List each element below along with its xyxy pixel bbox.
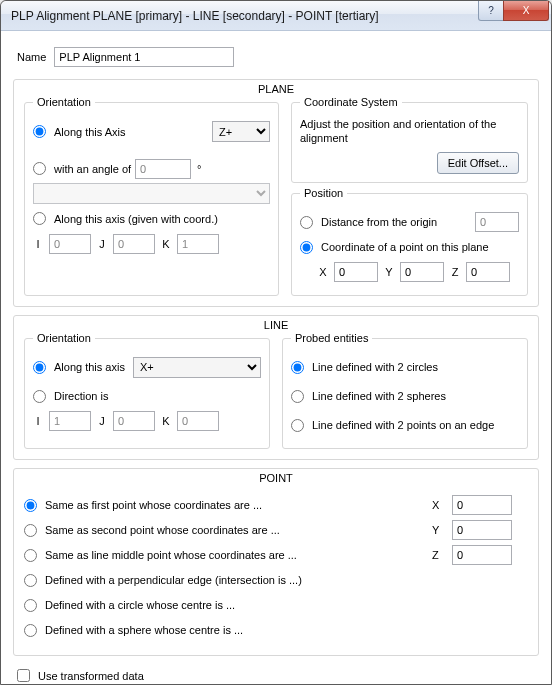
plane-group: PLANE Orientation Along this Axis Z+ wi bbox=[13, 79, 539, 307]
degree-symbol: ° bbox=[197, 163, 201, 175]
point-sphere-label: Defined with a sphere whose centre is ..… bbox=[45, 624, 243, 636]
point-y-input[interactable] bbox=[452, 520, 512, 540]
two-spheres-radio[interactable] bbox=[291, 390, 304, 403]
point-second-radio[interactable] bbox=[24, 524, 37, 537]
line-direction-label: Direction is bbox=[54, 390, 108, 402]
line-direction-radio[interactable] bbox=[33, 390, 46, 403]
use-transformed-label: Use transformed data bbox=[38, 670, 144, 682]
plane-along-axis-label: Along this Axis bbox=[54, 126, 126, 138]
point-middle-radio[interactable] bbox=[24, 549, 37, 562]
point-x-label: X bbox=[432, 499, 444, 511]
plane-position-legend: Position bbox=[300, 187, 347, 199]
coord-point-label: Coordinate of a point on this plane bbox=[321, 241, 489, 253]
line-along-axis-radio[interactable] bbox=[33, 361, 46, 374]
point-group: POINT Same as first point whose coordina… bbox=[13, 468, 539, 656]
plane-z-label: Z bbox=[450, 266, 460, 278]
distance-origin-radio[interactable] bbox=[300, 216, 313, 229]
plane-y-input[interactable] bbox=[400, 262, 444, 282]
line-k-input[interactable] bbox=[177, 411, 219, 431]
two-points-radio[interactable] bbox=[291, 419, 304, 432]
plane-i-input[interactable] bbox=[49, 234, 91, 254]
line-group: LINE Orientation Along this axis X+ Dire… bbox=[13, 315, 539, 460]
plane-position-group: Position Distance from the origin Coordi… bbox=[291, 193, 528, 296]
distance-origin-label: Distance from the origin bbox=[321, 216, 437, 228]
point-middle-label: Same as line middle point whose coordina… bbox=[45, 549, 297, 561]
plane-k-label: K bbox=[161, 238, 171, 250]
plane-with-angle-label: with an angle of bbox=[54, 163, 131, 175]
line-k-label: K bbox=[161, 415, 171, 427]
plane-legend: PLANE bbox=[254, 83, 298, 95]
use-transformed-checkbox[interactable] bbox=[17, 669, 30, 682]
plane-cs-legend: Coordinate System bbox=[300, 96, 402, 108]
plane-j-label: J bbox=[97, 238, 107, 250]
dialog-body: Name PLANE Orientation Along this Axis Z… bbox=[1, 31, 551, 684]
plane-z-input[interactable] bbox=[466, 262, 510, 282]
line-axis-select[interactable]: X+ bbox=[133, 357, 261, 378]
name-input[interactable] bbox=[54, 47, 234, 67]
line-probed-group: Probed entities Line defined with 2 circ… bbox=[282, 338, 528, 449]
point-circle-label: Defined with a circle whose centre is ..… bbox=[45, 599, 235, 611]
point-x-input[interactable] bbox=[452, 495, 512, 515]
plane-with-angle-radio[interactable] bbox=[33, 162, 46, 175]
plane-x-input[interactable] bbox=[334, 262, 378, 282]
plane-y-label: Y bbox=[384, 266, 394, 278]
plane-orientation-group: Orientation Along this Axis Z+ with an a… bbox=[24, 102, 279, 296]
plane-axis-select[interactable]: Z+ bbox=[212, 121, 270, 142]
edit-offset-button[interactable]: Edit Offset... bbox=[437, 152, 519, 174]
title-bar: PLP Alignment PLANE [primary] - LINE [se… bbox=[1, 1, 551, 31]
coord-point-radio[interactable] bbox=[300, 241, 313, 254]
line-along-axis-label: Along this axis bbox=[54, 361, 125, 373]
plane-i-label: I bbox=[33, 238, 43, 250]
point-legend: POINT bbox=[255, 472, 297, 484]
point-circle-radio[interactable] bbox=[24, 599, 37, 612]
line-i-input[interactable] bbox=[49, 411, 91, 431]
plane-x-label: X bbox=[318, 266, 328, 278]
plane-cs-group: Coordinate System Adjust the position an… bbox=[291, 102, 528, 183]
plane-cs-desc: Adjust the position and orientation of t… bbox=[300, 117, 519, 146]
plane-angle-input[interactable] bbox=[135, 159, 191, 179]
line-orientation-legend: Orientation bbox=[33, 332, 95, 344]
options-block: Use transformed data Output in report bbox=[13, 666, 539, 684]
point-perp-radio[interactable] bbox=[24, 574, 37, 587]
name-label: Name bbox=[17, 51, 46, 63]
plane-j-input[interactable] bbox=[113, 234, 155, 254]
plane-orientation-legend: Orientation bbox=[33, 96, 95, 108]
name-row: Name bbox=[17, 47, 539, 67]
line-i-label: I bbox=[33, 415, 43, 427]
plane-along-axis-radio[interactable] bbox=[33, 125, 46, 138]
distance-origin-input[interactable] bbox=[475, 212, 519, 232]
line-orientation-group: Orientation Along this axis X+ Direction… bbox=[24, 338, 270, 449]
plane-k-input[interactable] bbox=[177, 234, 219, 254]
plane-axis-coord-label: Along this axis (given with coord.) bbox=[54, 213, 218, 225]
line-probed-legend: Probed entities bbox=[291, 332, 372, 344]
two-circles-label: Line defined with 2 circles bbox=[312, 361, 438, 373]
plane-angle-ref-select[interactable] bbox=[33, 183, 270, 204]
line-j-input[interactable] bbox=[113, 411, 155, 431]
line-j-label: J bbox=[97, 415, 107, 427]
dialog-window: PLP Alignment PLANE [primary] - LINE [se… bbox=[0, 0, 552, 685]
point-second-label: Same as second point whose coordinates a… bbox=[45, 524, 280, 536]
close-icon: X bbox=[523, 5, 530, 16]
point-first-label: Same as first point whose coordinates ar… bbox=[45, 499, 262, 511]
point-y-label: Y bbox=[432, 524, 444, 536]
help-button[interactable]: ? bbox=[478, 1, 504, 21]
point-sphere-radio[interactable] bbox=[24, 624, 37, 637]
point-z-label: Z bbox=[432, 549, 444, 561]
two-points-label: Line defined with 2 points on an edge bbox=[312, 419, 494, 431]
two-circles-radio[interactable] bbox=[291, 361, 304, 374]
two-spheres-label: Line defined with 2 spheres bbox=[312, 390, 446, 402]
window-title: PLP Alignment PLANE [primary] - LINE [se… bbox=[11, 9, 549, 23]
plane-axis-coord-radio[interactable] bbox=[33, 212, 46, 225]
point-perp-label: Defined with a perpendicular edge (inter… bbox=[45, 574, 302, 586]
point-z-input[interactable] bbox=[452, 545, 512, 565]
close-button[interactable]: X bbox=[503, 1, 549, 21]
point-first-radio[interactable] bbox=[24, 499, 37, 512]
help-icon: ? bbox=[488, 5, 494, 16]
line-legend: LINE bbox=[260, 319, 292, 331]
window-buttons: ? X bbox=[479, 1, 549, 21]
